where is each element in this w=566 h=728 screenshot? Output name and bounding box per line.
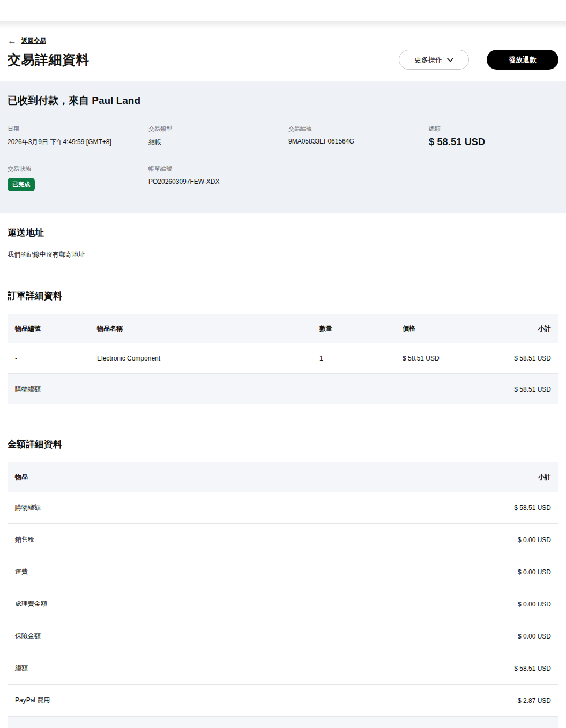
amounts-table-header: 物品 小計 — [8, 462, 558, 492]
date-label: 日期 — [8, 125, 148, 133]
top-bar — [0, 0, 566, 21]
transaction-id-value: 9MA05833EF061564G — [288, 138, 429, 145]
purchase-total-row: 購物總額 $ 58.51 USD — [8, 374, 558, 405]
amount-row-sales-tax: 銷售稅 $ 0.00 USD — [8, 524, 558, 556]
amount-value: $ 0.00 USD — [278, 620, 558, 652]
payment-summary: 已收到付款，來自 Paul Land 日期 2026年3月9日 下午4:49:5… — [0, 81, 566, 213]
amount-value: $ 0.00 USD — [278, 524, 558, 556]
col-item: 物品 — [8, 462, 278, 492]
total-amount-label: 總額 — [429, 125, 558, 133]
order-heading: 訂單詳細資料 — [8, 290, 558, 302]
invoice-id-value: PO202603097FEW-XDX — [148, 178, 288, 185]
amount-value: $ 0.00 USD — [278, 588, 558, 620]
amount-value: $ 58.51 USD — [278, 652, 558, 685]
more-actions-button[interactable]: 更多操作 — [399, 50, 469, 70]
order-table-header: 物品編號 物品名稱 數量 價格 小計 — [8, 314, 558, 343]
order-details-section: 訂單詳細資料 物品編號 物品名稱 數量 價格 小計 - Electronic C… — [8, 290, 558, 404]
amount-label: 保險金額 — [8, 620, 278, 652]
col-amount-subtotal: 小計 — [278, 462, 558, 492]
col-subtotal: 小計 — [473, 314, 558, 343]
item-id-cell: - — [8, 343, 90, 374]
status-badge: 已完成 — [8, 178, 35, 191]
col-price: 價格 — [395, 314, 473, 343]
top-bar-shadow — [0, 21, 566, 29]
purchase-total-value: $ 58.51 USD — [473, 374, 558, 405]
subtotal-cell: $ 58.51 USD — [473, 343, 558, 374]
amount-value: $ 55.64 USD — [278, 717, 558, 728]
page-title: 交易詳細資料 — [8, 51, 90, 69]
summary-grid: 日期 2026年3月9日 下午4:49:59 [GMT+8] 交易類型 結帳 交… — [8, 125, 558, 191]
order-table: 物品編號 物品名稱 數量 價格 小計 - Electronic Componen… — [8, 314, 558, 404]
transaction-type-label: 交易類型 — [148, 125, 288, 133]
amount-value: $ 58.51 USD — [278, 492, 558, 524]
transaction-status-label: 交易狀態 — [8, 165, 148, 173]
summary-field-invoice: 帳單編號 PO202603097FEW-XDX — [148, 165, 288, 191]
purchase-total-label: 購物總額 — [8, 374, 473, 405]
price-cell: $ 58.51 USD — [395, 343, 473, 374]
amount-label: 總額 — [8, 652, 278, 685]
amount-row-net: 淨額 $ 55.64 USD — [8, 717, 558, 728]
action-buttons: 更多操作 發放退款 — [399, 50, 558, 70]
amount-label: 處理費金額 — [8, 588, 278, 620]
col-item-id: 物品編號 — [8, 314, 90, 343]
amount-label: PayPal 費用 — [8, 685, 278, 717]
shipping-heading: 運送地址 — [8, 227, 558, 239]
amount-label: 淨額 — [8, 717, 278, 728]
col-quantity: 數量 — [312, 314, 395, 343]
total-amount-value: $ 58.51 USD — [429, 137, 558, 148]
amount-row-paypal-fee: PayPal 費用 -$ 2.87 USD — [8, 685, 558, 717]
breadcrumb: ← 返回交易 — [8, 36, 558, 46]
title-row: 交易詳細資料 更多操作 發放退款 — [8, 50, 558, 70]
amount-label: 運費 — [8, 556, 278, 588]
shipping-section: 運送地址 我們的紀錄中沒有郵寄地址 — [8, 227, 558, 259]
summary-heading: 已收到付款，來自 Paul Land — [8, 94, 558, 108]
transaction-id-label: 交易編號 — [288, 125, 429, 133]
shipping-empty-text: 我們的紀錄中沒有郵寄地址 — [8, 250, 558, 259]
amount-details-section: 金額詳細資料 物品 小計 購物總額 $ 58.51 USD 銷售稅 $ 0.00… — [8, 438, 558, 728]
amounts-heading: 金額詳細資料 — [8, 438, 558, 451]
amount-value: -$ 2.87 USD — [278, 685, 558, 717]
amounts-table: 物品 小計 購物總額 $ 58.51 USD 銷售稅 $ 0.00 USD 運費… — [8, 462, 558, 728]
summary-field-amount: 總額 $ 58.51 USD — [429, 125, 558, 148]
more-actions-label: 更多操作 — [414, 55, 442, 65]
amount-label: 購物總額 — [8, 492, 278, 524]
amount-value: $ 0.00 USD — [278, 556, 558, 588]
main-content: ← 返回交易 交易詳細資料 更多操作 發放退款 已收到付款，來自 Paul La… — [0, 36, 566, 728]
summary-field-status: 交易狀態 已完成 — [8, 165, 148, 191]
table-row: - Electronic Component 1 $ 58.51 USD $ 5… — [8, 343, 558, 374]
amount-row-insurance: 保險金額 $ 0.00 USD — [8, 620, 558, 652]
amount-row-purchase-total: 購物總額 $ 58.51 USD — [8, 492, 558, 524]
issue-refund-button[interactable]: 發放退款 — [487, 50, 558, 70]
amount-row-gross-total: 總額 $ 58.51 USD — [8, 652, 558, 685]
transaction-type-value: 結帳 — [148, 138, 288, 147]
invoice-id-label: 帳單編號 — [148, 165, 288, 173]
quantity-cell: 1 — [312, 343, 395, 374]
back-arrow-icon[interactable]: ← — [8, 36, 17, 46]
summary-field-txn-id: 交易編號 9MA05833EF061564G — [288, 125, 429, 148]
item-name-cell: Electronic Component — [90, 343, 312, 374]
chevron-down-icon — [447, 58, 453, 62]
amount-row-shipping: 運費 $ 0.00 USD — [8, 556, 558, 588]
col-item-name: 物品名稱 — [90, 314, 312, 343]
summary-field-date: 日期 2026年3月9日 下午4:49:59 [GMT+8] — [8, 125, 148, 148]
summary-field-type: 交易類型 結帳 — [148, 125, 288, 148]
amount-row-handling: 處理費金額 $ 0.00 USD — [8, 588, 558, 620]
date-value: 2026年3月9日 下午4:49:59 [GMT+8] — [8, 138, 148, 147]
amount-label: 銷售稅 — [8, 524, 278, 556]
back-link[interactable]: 返回交易 — [21, 37, 46, 45]
